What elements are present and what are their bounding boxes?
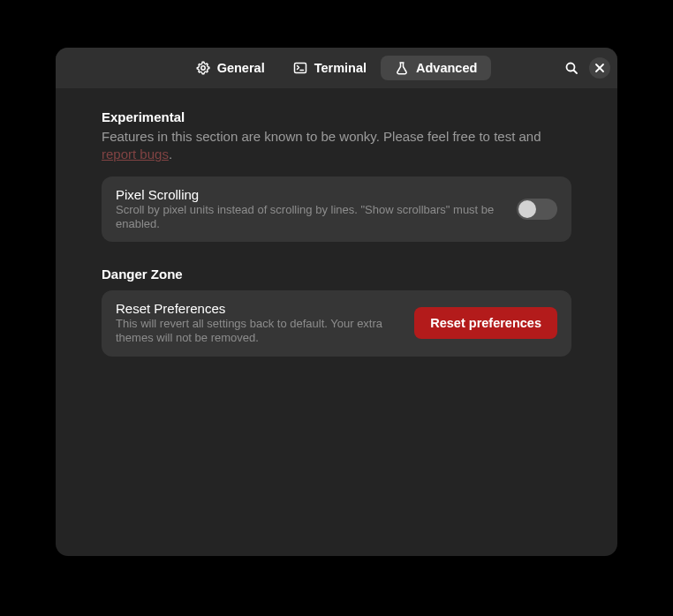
section-experimental: Experimental Features in this section ar… [102, 109, 571, 242]
tab-label: General [217, 61, 265, 75]
svg-rect-0 [294, 64, 306, 73]
terminal-icon [293, 61, 307, 75]
toggle-knob [518, 200, 536, 218]
row-subtitle: Scroll by pixel units instead of scrolli… [116, 203, 503, 232]
section-danger-zone: Danger Zone Reset Preferences This will … [102, 267, 571, 357]
section-description: Features in this section are known to be… [102, 128, 571, 164]
section-title: Experimental [102, 109, 571, 124]
pixel-scrolling-row: Pixel Scrolling Scroll by pixel units in… [102, 177, 571, 243]
tab-label: Advanced [416, 61, 477, 75]
content-area: Experimental Features in this section ar… [56, 88, 617, 556]
row-text: Pixel Scrolling Scroll by pixel units in… [116, 187, 503, 232]
search-icon [564, 61, 578, 75]
reset-preferences-row: Reset Preferences This will revert all s… [102, 290, 571, 357]
desc-text-post: . [169, 146, 172, 162]
header-bar: General Terminal Advance [56, 48, 617, 88]
report-bugs-link[interactable]: report bugs [102, 146, 169, 162]
search-button[interactable] [561, 57, 582, 79]
header-actions [561, 48, 610, 88]
close-icon [594, 63, 605, 73]
preferences-window: General Terminal Advance [56, 48, 617, 556]
reset-preferences-button[interactable]: Reset preferences [414, 307, 557, 339]
tab-terminal[interactable]: Terminal [279, 56, 381, 80]
row-title: Reset Preferences [116, 301, 400, 316]
flask-icon [395, 61, 409, 75]
row-subtitle: This will revert all settings back to de… [116, 317, 400, 346]
tab-general[interactable]: General [182, 56, 279, 80]
pixel-scrolling-toggle[interactable] [517, 199, 557, 220]
tab-bar: General Terminal Advance [182, 56, 492, 80]
gear-icon [196, 61, 210, 75]
row-text: Reset Preferences This will revert all s… [116, 301, 400, 346]
close-button[interactable] [589, 57, 610, 79]
row-title: Pixel Scrolling [116, 187, 503, 202]
section-title: Danger Zone [102, 267, 571, 282]
tab-label: Terminal [314, 61, 367, 75]
tab-advanced[interactable]: Advanced [381, 56, 491, 80]
desc-text: Features in this section are known to be… [102, 129, 541, 144]
